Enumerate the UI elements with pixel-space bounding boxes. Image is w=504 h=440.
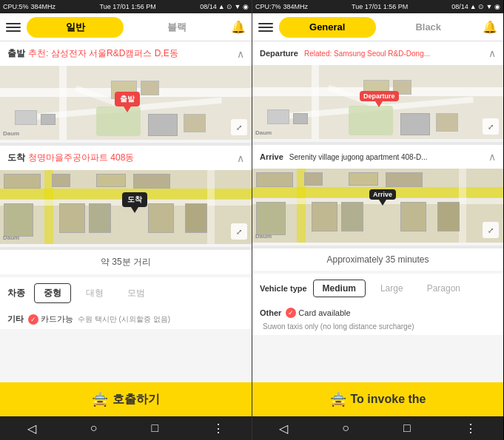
departure-map-expand-right[interactable]: ⤢	[483, 118, 499, 135]
left-phone-panel: CPU:5% 384MHz Tue 17/01 1:56 PM 08/14 ▲ …	[0, 0, 252, 440]
departure-map-bg-right: Departure	[252, 65, 503, 139]
kakao-logo-arrive-right: Daum	[255, 233, 272, 240]
departure-section-right: Departure Related: Samsung Seoul R&D-Don…	[252, 41, 503, 139]
nav-home-left[interactable]: ○	[90, 422, 98, 435]
vehicle-premium-left[interactable]: 모범	[118, 284, 154, 302]
right-phone-panel: CPU:7% 384MHz Tue 17/01 1:56 PM 08/14 ▲ …	[252, 0, 503, 440]
departure-pin-arrow-right	[375, 101, 383, 107]
content-left: 출발 추천: 삼성전자 서울R&D캠퍼스 D,E동 ∧	[0, 41, 252, 382]
top-nav-left: 일반 블랙 🔔	[0, 13, 252, 41]
tab-black-left[interactable]: 블랙	[128, 17, 225, 38]
vehicle-label-right: Vehicle type	[260, 284, 307, 293]
card-text-left: 카드가능	[41, 314, 73, 325]
departure-map-right[interactable]: Departure ⤢ Daum	[252, 65, 503, 139]
taxi-icon-left: 🚖	[92, 391, 108, 407]
card-item-left: ✓ 카드가능	[28, 314, 73, 325]
arrive-pin-label-right: Arrive	[369, 189, 396, 200]
ram-info: 384MHz	[31, 3, 56, 10]
vehicle-large-left[interactable]: 대형	[77, 284, 112, 302]
arrive-chevron-left[interactable]: ∧	[237, 152, 244, 164]
signal-right: 08/14 ▲ ⊙ ▼ ◉	[451, 3, 500, 10]
tab-general-left[interactable]: 일반	[27, 17, 124, 38]
nav-home-right[interactable]: ○	[342, 422, 349, 435]
status-bar-left: CPU:5% 384MHz Tue 17/01 1:56 PM 08/14 ▲ …	[0, 0, 252, 13]
departure-section-left: 출발 추천: 삼성전자 서울R&D캠퍼스 D,E동 ∧	[0, 41, 252, 140]
departure-header-left: 출발 추천: 삼성전자 서울R&D캠퍼스 D,E동 ∧	[0, 41, 252, 66]
content-right: Departure Related: Samsung Seoul R&D-Don…	[252, 41, 503, 382]
hamburger-menu-left[interactable]	[6, 23, 21, 32]
other-label-left: 기타	[7, 314, 24, 325]
arrive-section-right: Arrive Serenity village jugong apartment…	[252, 145, 503, 243]
arrive-map-right[interactable]: Arrive ⤢ Daum	[252, 169, 503, 243]
bell-icon-right[interactable]: 🔔	[483, 20, 497, 35]
time-right: Tue 17/01 1:56 PM	[352, 3, 408, 10]
suwon-note-left: 수원 택시만 (시외할증 없음)	[78, 314, 170, 325]
departure-chevron-right[interactable]: ∧	[488, 47, 496, 59]
kakao-logo-arrive-left: Daum	[3, 234, 19, 241]
departure-map-left[interactable]: 출발 ⤢ Daum	[0, 66, 252, 140]
taxi-icon-right: 🚖	[330, 391, 346, 407]
card-check-right: ✓	[286, 308, 296, 318]
arrive-map-left[interactable]: 도착 ⤢ Daum	[0, 170, 252, 244]
distance-right: Approximately 35 minutes	[252, 248, 503, 271]
departure-value-right: Related: Samsung Seoul R&D-Dong...	[304, 50, 488, 58]
vehicle-section-left: 차종 중형 대형 모범	[0, 277, 252, 309]
call-button-text-left: 호출하기	[112, 392, 160, 407]
nav-back-left[interactable]: ◁	[27, 422, 36, 436]
call-button-right[interactable]: 🚖 To invoke the	[252, 382, 503, 416]
kakao-logo-departure-right: Daum	[255, 129, 272, 136]
other-label-right: Other	[260, 308, 281, 317]
nav-more-left[interactable]: ⋮	[212, 422, 224, 436]
call-button-left[interactable]: 🚖 호출하기	[0, 382, 252, 416]
departure-chevron-left[interactable]: ∧	[237, 48, 244, 60]
departure-pin-label-left: 출발	[115, 92, 140, 106]
arrive-label-right: Arrive	[260, 152, 283, 161]
arrive-chevron-right[interactable]: ∧	[488, 151, 496, 163]
cpu-info-right: CPU:7%	[255, 3, 281, 10]
vehicle-medium-left[interactable]: 중형	[34, 283, 71, 303]
arrive-section-left: 도착 청명마을주공아파트 408동 ∧	[0, 146, 252, 244]
top-nav-right: General Black 🔔	[252, 13, 503, 41]
nav-bar-right: ◁ ○ □ ⋮	[252, 416, 503, 440]
nav-back-right[interactable]: ◁	[279, 422, 288, 436]
vehicle-medium-right[interactable]: Medium	[313, 280, 366, 297]
vehicle-label-left: 차종	[7, 287, 28, 299]
arrive-label-left: 도착	[7, 152, 25, 164]
arrive-pin-right: Arrive	[369, 189, 396, 206]
signal-info: 08/14	[200, 3, 217, 10]
kakao-logo-departure-left: Daum	[3, 130, 19, 137]
arrive-value-right: Serenity village jugong apartment 408-D.…	[289, 153, 488, 161]
bell-icon-left[interactable]: 🔔	[231, 20, 246, 35]
nav-more-right[interactable]: ⋮	[465, 422, 477, 436]
tab-general-right[interactable]: General	[279, 17, 376, 38]
other-section-right: Other ✓ Card available Suwon taxis only …	[252, 303, 503, 335]
nav-recent-right[interactable]: □	[403, 422, 411, 435]
arrive-map-expand-right[interactable]: ⤢	[483, 222, 499, 238]
nav-bar-left: ◁ ○ □ ⋮	[0, 416, 252, 440]
status-bar-right: CPU:7% 384MHz Tue 17/01 1:56 PM 08/14 ▲ …	[252, 0, 503, 13]
status-right-info: CPU:7% 384MHz	[255, 3, 308, 10]
cpu-info: CPU:5%	[3, 3, 29, 10]
vehicle-large-right[interactable]: Large	[372, 280, 412, 297]
card-text-right: Card available	[298, 308, 350, 317]
arrive-header-left: 도착 청명마을주공아파트 408동 ∧	[0, 146, 252, 170]
arrive-pin-arrow-right	[379, 200, 386, 206]
signal-icons: ▲ ⊙ ▼ ◉	[218, 3, 249, 10]
card-item-right: ✓ Card available	[286, 308, 350, 318]
tab-black-right[interactable]: Black	[380, 17, 477, 38]
hamburger-menu-right[interactable]	[258, 23, 273, 32]
tab-group-right: General Black	[279, 17, 477, 38]
departure-label-left: 출발	[7, 47, 25, 60]
suwon-note-right: Suwon taxis only (no long distance surch…	[263, 322, 414, 331]
arrive-map-bg-right: Arrive	[252, 169, 503, 243]
arrive-map-expand-left[interactable]: ⤢	[231, 223, 247, 240]
departure-map-expand-left[interactable]: ⤢	[231, 119, 247, 135]
arrive-pin-left: 도착	[122, 192, 147, 213]
departure-label-right: Departure	[260, 49, 298, 58]
vehicle-paragon-right[interactable]: Paragon	[418, 280, 469, 297]
departure-map-bg-left: 출발	[0, 66, 252, 140]
card-check-left: ✓	[28, 314, 38, 325]
nav-recent-left[interactable]: □	[152, 422, 159, 435]
signal-left: 08/14 ▲ ⊙ ▼ ◉	[200, 3, 249, 10]
arrive-header-right: Arrive Serenity village jugong apartment…	[252, 145, 503, 169]
